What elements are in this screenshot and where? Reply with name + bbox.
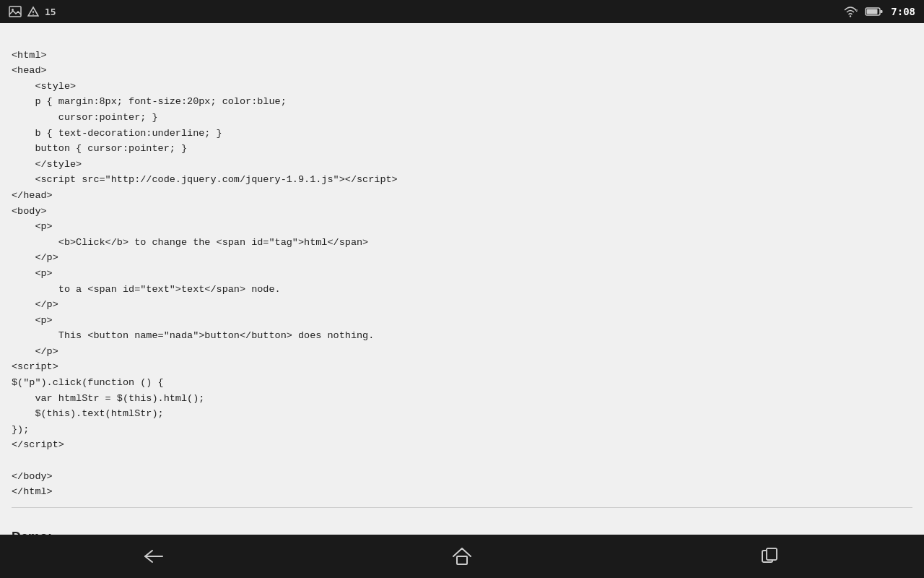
svg-rect-8 [881, 10, 883, 13]
demo-section: Demo: [12, 522, 912, 535]
notification-count: 15 [45, 7, 56, 17]
status-bar-left: 15 [9, 6, 56, 17]
battery-icon [865, 7, 884, 17]
alert-icon [27, 6, 39, 17]
status-bar-right: 7:08 [843, 6, 915, 17]
svg-point-5 [850, 15, 851, 17]
recents-button[interactable] [741, 542, 799, 571]
recents-icon [761, 548, 780, 565]
code-display: <html> <head> <style> p { margin:8px; fo… [12, 32, 912, 500]
main-content: <html> <head> <style> p { margin:8px; fo… [0, 23, 924, 535]
home-icon [452, 547, 472, 566]
wifi-icon [843, 6, 858, 17]
image-icon [9, 6, 22, 17]
nav-bar [0, 535, 924, 578]
status-bar: 15 7:08 [0, 0, 924, 23]
svg-point-4 [32, 14, 34, 15]
svg-rect-10 [457, 556, 467, 564]
svg-rect-7 [867, 9, 878, 14]
section-divider [12, 507, 912, 508]
time-display: 7:08 [891, 6, 915, 17]
svg-rect-0 [9, 7, 21, 17]
home-button[interactable] [433, 542, 491, 571]
back-button[interactable] [125, 542, 183, 571]
demo-label: Demo: [12, 530, 52, 535]
svg-rect-12 [767, 548, 777, 560]
back-icon [142, 548, 165, 565]
